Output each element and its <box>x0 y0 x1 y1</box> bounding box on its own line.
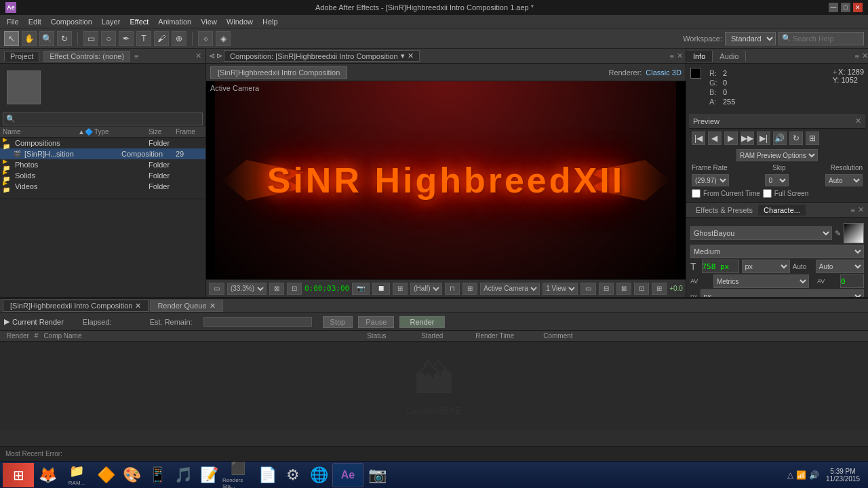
tab-render-close[interactable]: ✕ <box>210 302 216 310</box>
px-select[interactable]: px <box>701 289 865 297</box>
menu-window[interactable]: Window <box>222 17 257 26</box>
tab-project[interactable]: Project <box>4 51 39 62</box>
vc-views-select[interactable]: 1 View <box>542 283 578 295</box>
taskbar-ae[interactable]: Ae <box>332 463 363 487</box>
taskbar-clock[interactable]: 5:39 PM 11/23/2015 <box>821 468 865 483</box>
effects-menu-icon[interactable]: ≡ <box>851 206 855 214</box>
tool-3d[interactable]: ◈ <box>216 31 231 46</box>
render-button[interactable]: Render <box>399 316 444 328</box>
edit-font-icon[interactable]: ✎ <box>835 229 841 238</box>
list-item[interactable]: ▶📁 Videos Folder <box>0 181 205 192</box>
tab-character[interactable]: Characte... <box>758 205 806 216</box>
vc-zoom-select[interactable]: (33.3%) <box>227 283 267 295</box>
panel-menu-icon[interactable]: ≡ <box>670 52 674 60</box>
tab-effect-controls[interactable]: Effect Controls: (none) <box>43 51 130 62</box>
project-search-input[interactable] <box>16 115 199 123</box>
taskbar-globe[interactable]: 🌐 <box>307 463 331 487</box>
tool-hand[interactable]: ✋ <box>22 31 37 46</box>
comp-next-icon[interactable]: ⊳ <box>216 52 222 60</box>
list-item[interactable]: 🎬 [SinR]H...sition Composition 29 <box>0 148 205 159</box>
vc-view5-btn[interactable]: ⊞ <box>652 283 667 295</box>
close-button[interactable]: ✕ <box>853 3 863 12</box>
start-button[interactable]: ⊞ <box>3 463 34 487</box>
effects-close-icon[interactable]: ✕ <box>858 205 864 214</box>
vc-region-btn[interactable]: ▭ <box>209 283 224 295</box>
workspace-select[interactable]: Standard <box>725 32 776 45</box>
tool-puppet[interactable]: ⟐ <box>198 31 213 46</box>
minimize-button[interactable]: — <box>829 3 838 12</box>
prev-first-btn[interactable]: |◀ <box>692 131 705 145</box>
tool-rect[interactable]: ▭ <box>83 31 98 46</box>
vc-camera-btn[interactable]: 📷 <box>352 283 370 295</box>
vc-snapshot-btn[interactable]: 🔲 <box>372 283 390 295</box>
tab-audio[interactable]: Audio <box>713 51 746 62</box>
info-menu-icon[interactable]: ≡ <box>855 52 859 60</box>
vc-transparency-btn[interactable]: ⊞ <box>393 283 408 295</box>
stop-button[interactable]: Stop <box>323 316 353 328</box>
vc-view4-btn[interactable]: ⊡ <box>634 283 649 295</box>
tab-composition-timeline[interactable]: [SinR]Highbreedxii Intro Composition ✕ <box>3 300 149 312</box>
vc-pixel-btn[interactable]: ⊡ <box>287 283 302 295</box>
taskbar-whatsapp[interactable]: 📱 <box>145 463 170 487</box>
info-close-icon[interactable]: ✕ <box>862 52 868 60</box>
panel-close-btn[interactable]: ✕ <box>677 52 683 60</box>
vc-view3-btn[interactable]: ⊠ <box>616 283 631 295</box>
vc-camera-select[interactable]: Active Camera <box>480 283 540 295</box>
skip-select[interactable]: 0 <box>765 174 789 186</box>
menu-file[interactable]: File <box>3 17 23 26</box>
from-current-checkbox[interactable] <box>692 189 701 198</box>
tool-ellipse[interactable]: ○ <box>101 31 116 46</box>
list-item[interactable]: ▶📁 Compositions Folder <box>0 138 205 148</box>
vc-view2-btn[interactable]: ⊟ <box>599 283 614 295</box>
menu-animation[interactable]: Animation <box>154 17 195 26</box>
full-screen-checkbox[interactable] <box>763 189 772 198</box>
prev-last-btn[interactable]: ▶| <box>757 131 770 145</box>
taskbar-misc[interactable]: ⚙ <box>281 463 305 487</box>
panel-close-icon[interactable]: ✕ <box>195 52 201 60</box>
taskbar-firefox[interactable]: 🦊 <box>35 463 60 487</box>
vc-resolution-select[interactable]: (Half) <box>410 283 442 295</box>
panel-menu-icon[interactable]: ≡ <box>134 52 138 60</box>
resolution-preview-select[interactable]: Auto <box>825 174 863 186</box>
list-item[interactable]: ▶📁 Photos Folder <box>0 159 205 170</box>
ram-preview-select[interactable]: RAM Preview Options <box>736 149 818 161</box>
menu-layer[interactable]: Layer <box>98 17 125 26</box>
taskbar-vlc[interactable]: 🔶 <box>94 463 118 487</box>
tool-rotate[interactable]: ↻ <box>57 31 72 46</box>
taskbar-word[interactable]: 📝 <box>197 463 221 487</box>
maximize-button[interactable]: □ <box>841 3 850 12</box>
tool-clone[interactable]: ⊕ <box>172 31 186 46</box>
style-select[interactable]: Medium <box>690 245 864 258</box>
prev-snap-btn[interactable]: ⊞ <box>806 131 819 145</box>
tool-select[interactable]: ↖ <box>4 31 19 46</box>
search-help-input[interactable] <box>793 35 861 43</box>
tool-zoom[interactable]: 🔍 <box>39 31 54 46</box>
vc-fit-btn[interactable]: ⊠ <box>269 283 284 295</box>
tool-pen[interactable]: ✒ <box>119 31 134 46</box>
vc-view1-btn[interactable]: ▭ <box>580 283 596 295</box>
comp-tab-close[interactable]: ✕ <box>408 52 414 60</box>
menu-view[interactable]: View <box>197 17 221 26</box>
menu-composition[interactable]: Composition <box>47 17 96 26</box>
menu-edit[interactable]: Edit <box>24 17 45 26</box>
metrics-select[interactable]: Metrics <box>713 274 809 288</box>
pause-button[interactable]: Pause <box>358 316 394 328</box>
size-unit-select[interactable]: px <box>742 260 790 273</box>
tab-render-queue[interactable]: Render Queue ✕ <box>150 300 222 312</box>
taskbar-paint[interactable]: 🎨 <box>119 463 144 487</box>
comp-nav-icon[interactable]: ⊲ <box>209 52 215 60</box>
taskbar-explorer[interactable]: 📁 RAM... <box>61 463 92 487</box>
comp-name-tab[interactable]: [SinR]Highbreedxii Intro Composition <box>210 66 347 79</box>
font-color-swatch[interactable] <box>844 223 864 243</box>
menu-effect[interactable]: Effect <box>125 17 153 26</box>
tool-text[interactable]: T <box>136 31 151 46</box>
font-select[interactable]: GhostBayou <box>690 226 832 240</box>
tool-brush[interactable]: 🖌 <box>154 31 169 46</box>
taskbar-word2[interactable]: 📄 <box>255 463 279 487</box>
prev-forward-btn[interactable]: ▶▶ <box>741 131 754 145</box>
preview-close-icon[interactable]: ✕ <box>855 117 861 125</box>
tab-info[interactable]: Info <box>686 51 713 62</box>
prev-play-btn[interactable]: ▶ <box>724 131 738 145</box>
tab-effects-presets[interactable]: Effects & Presets <box>690 205 758 216</box>
tab-comp-close[interactable]: ✕ <box>135 302 141 310</box>
